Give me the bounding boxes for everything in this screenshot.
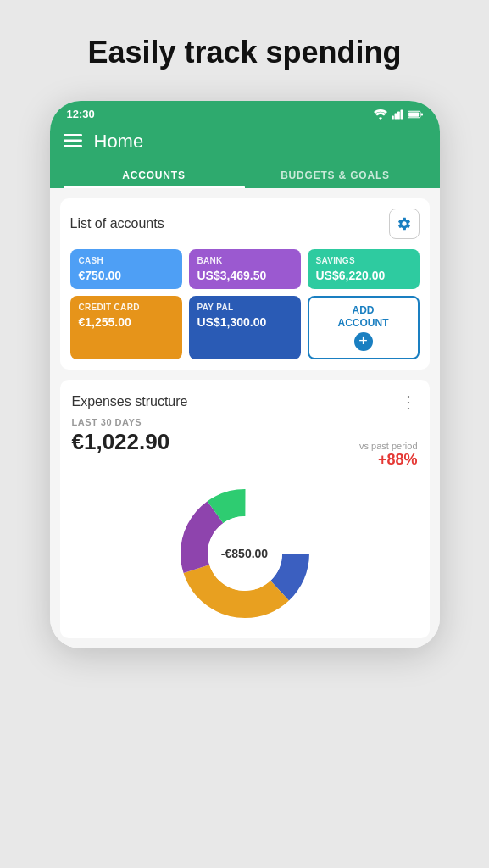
account-tile-savings[interactable]: SAVINGS US$6,220.00 [308,249,420,289]
more-options-button[interactable]: ⋮ [400,392,418,412]
svg-rect-3 [400,109,403,119]
accounts-card: List of accounts CASH €750.00 BANK US$3,… [60,198,430,370]
tab-accounts[interactable]: ACCOUNTS [64,161,245,188]
vs-percent: +88% [378,451,418,469]
svg-rect-1 [394,113,397,119]
accounts-settings-button[interactable] [389,209,420,239]
paypal-amount: US$1,300.00 [197,315,292,329]
phone-frame: 12:30 [50,101,440,648]
account-tile-paypal[interactable]: PAY PAL US$1,300.00 [189,296,301,359]
hamburger-menu-icon[interactable] [64,131,82,153]
donut-chart: -€850.00 [72,477,418,630]
status-bar: 12:30 [50,101,440,124]
header-title: Home [94,131,144,153]
gear-icon [397,216,412,231]
savings-label: SAVINGS [316,256,411,265]
expenses-amount: €1,022.90 [72,429,170,455]
expenses-vs-period: vs past period +88% [359,441,417,469]
svg-rect-7 [64,134,82,136]
tab-bar: ACCOUNTS BUDGETS & GOALS [64,161,426,188]
app-header: Home ACCOUNTS BUDGETS & GOALS [50,124,440,188]
tab-budgets-goals[interactable]: BUDGETS & GOALS [245,161,426,188]
account-tile-creditcard[interactable]: CREDIT CARD €1,255.00 [70,296,182,359]
svg-rect-8 [64,140,82,142]
svg-rect-2 [397,111,400,119]
donut-center [208,516,282,591]
creditcard-amount: €1,255.00 [79,315,174,329]
account-grid: CASH €750.00 BANK US$3,469.50 SAVINGS US… [70,249,420,359]
expenses-period: LAST 30 DAYS [72,417,418,427]
expenses-card: Expenses structure ⋮ LAST 30 DAYS €1,022… [60,380,430,638]
savings-amount: US$6,220.00 [316,269,411,282]
wifi-icon [374,109,387,120]
content-area: List of accounts CASH €750.00 BANK US$3,… [50,188,440,648]
paypal-label: PAY PAL [197,303,292,312]
bank-label: BANK [197,256,292,265]
vs-label: vs past period [359,441,417,451]
donut-svg [169,477,321,630]
svg-rect-6 [420,113,422,115]
svg-rect-5 [408,112,419,116]
bank-amount: US$3,469.50 [197,269,292,282]
signal-icon [392,109,403,120]
cash-label: CASH [79,256,174,265]
add-account-button[interactable]: ADDACCOUNT + [308,296,420,359]
battery-icon [408,109,423,120]
svg-rect-9 [64,145,82,147]
status-time: 12:30 [67,108,95,120]
add-account-label: ADDACCOUNT [338,304,389,329]
accounts-section-title: List of accounts [70,216,164,231]
expenses-title: Expenses structure [72,394,188,409]
add-account-plus-icon: + [354,332,373,351]
status-icons [374,109,423,120]
cash-amount: €750.00 [79,269,174,282]
account-tile-bank[interactable]: BANK US$3,469.50 [189,249,301,289]
creditcard-label: CREDIT CARD [79,303,174,312]
page-title: Easily track spending [87,34,401,70]
account-tile-cash[interactable]: CASH €750.00 [70,249,182,289]
svg-rect-0 [392,115,394,119]
